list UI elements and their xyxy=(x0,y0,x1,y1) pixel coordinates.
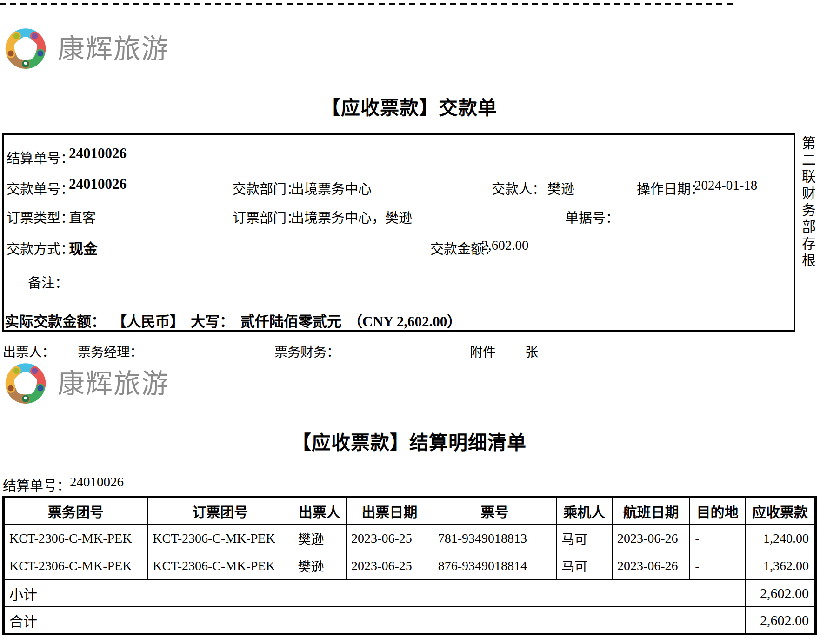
header-booking-group-no: 订票团号 xyxy=(147,498,293,525)
kanghui-flower-logo-icon xyxy=(4,21,47,72)
kanghui-logo-text: 康辉旅游 xyxy=(58,27,169,66)
payment-form-box: 结算单号： 24010026 交款单号： 24010026 交款部门： 出境票务… xyxy=(2,133,795,332)
actual-amount-daxie-value: 贰仟陆佰零贰元 xyxy=(240,310,341,331)
header-destination: 目的地 xyxy=(690,498,745,525)
section2-title: 【应收票款】结算明细清单 xyxy=(0,427,819,455)
total-label: 合计 xyxy=(4,607,745,634)
total-value: 2,602.00 xyxy=(745,607,815,634)
tear-dashed-line xyxy=(0,3,736,5)
cell-ticket-no: 876-9349018814 xyxy=(433,552,557,580)
subtotal-label: 小计 xyxy=(4,580,745,607)
payer-value: 樊逊 xyxy=(547,178,574,198)
pay-method-label: 交款方式： xyxy=(7,238,74,258)
payer-label: 交款人： xyxy=(492,178,546,198)
booking-dept-label: 订票部门： xyxy=(233,207,300,226)
kanghui-logo: 康辉旅游 xyxy=(4,21,169,72)
attachment-label: 附件 xyxy=(470,342,496,360)
cell-ticket-group-no: KCT-2306-C-MK-PEK xyxy=(4,552,147,580)
pay-amount-value: 2,602.00 xyxy=(481,238,529,253)
cell-receivable: 1,362.00 xyxy=(745,552,815,580)
pay-method-value: 现金 xyxy=(69,237,98,258)
header-passenger: 乘机人 xyxy=(556,498,612,525)
payment-dept-label: 交款部门： xyxy=(233,178,300,198)
settlement-no-value-2: 24010026 xyxy=(70,474,124,490)
header-issuer: 出票人 xyxy=(293,498,347,525)
cell-issuer: 樊逊 xyxy=(293,552,347,580)
subtotal-value: 2,602.00 xyxy=(745,580,815,607)
booking-type-value: 直客 xyxy=(69,207,96,226)
cell-issuer: 樊逊 xyxy=(293,525,347,552)
total-row: 合计 2,602.00 xyxy=(4,607,815,634)
payment-no-value: 24010026 xyxy=(69,176,127,193)
cell-passenger: 马可 xyxy=(556,525,612,552)
subtotal-row: 小计 2,602.00 xyxy=(4,580,815,607)
header-issue-date: 出票日期 xyxy=(346,498,433,525)
settlement-detail-table-wrap: 票务团号 订票团号 出票人 出票日期 票号 乘机人 航班日期 目的地 应收票款 … xyxy=(2,496,817,635)
table-row: KCT-2306-C-MK-PEK KCT-2306-C-MK-PEK 樊逊 2… xyxy=(4,552,815,580)
settlement-no-label-2: 结算单号： xyxy=(3,475,70,494)
payment-no-label: 交款单号： xyxy=(7,178,74,198)
op-date-value: 2024-01-18 xyxy=(694,178,757,193)
section1-title: 【应收票款】交款单 xyxy=(0,92,819,120)
cell-destination: - xyxy=(690,525,745,552)
kanghui-flower-logo-icon xyxy=(4,356,47,407)
header-receivable: 应收票款 xyxy=(745,498,815,525)
settlement-no-label: 结算单号： xyxy=(7,147,74,167)
cell-receivable: 1,240.00 xyxy=(745,525,815,552)
actual-amount-label: 实际交款金额： xyxy=(5,310,106,331)
table-row: KCT-2306-C-MK-PEK KCT-2306-C-MK-PEK 樊逊 2… xyxy=(4,525,815,552)
cell-destination: - xyxy=(690,552,745,580)
payment-dept-value: 出境票务中心 xyxy=(291,178,372,198)
cell-booking-group-no: KCT-2306-C-MK-PEK xyxy=(147,552,293,580)
cell-issue-date: 2023-06-25 xyxy=(346,552,433,580)
cell-flight-date: 2023-06-26 xyxy=(612,552,690,580)
doc-no-label: 单据号： xyxy=(565,207,619,226)
booking-type-label: 订票类型： xyxy=(7,207,74,226)
booking-dept-value: 出境票务中心，樊逊 xyxy=(291,207,412,226)
cell-ticket-no: 781-9349018813 xyxy=(433,525,557,552)
actual-amount-daxie-label: 大写： xyxy=(191,310,234,331)
kanghui-logo-text: 康辉旅游 xyxy=(58,362,169,401)
attachment-sheets-label: 张 xyxy=(525,342,538,360)
cell-ticket-group-no: KCT-2306-C-MK-PEK xyxy=(4,525,147,552)
kanghui-logo-2: 康辉旅游 xyxy=(4,356,169,407)
table-header-row: 票务团号 订票团号 出票人 出票日期 票号 乘机人 航班日期 目的地 应收票款 xyxy=(4,498,815,525)
payment-document-page: 康辉旅游 【应收票款】交款单 结算单号： 24010026 交款单号： 2401… xyxy=(0,0,840,638)
remark-label: 备注： xyxy=(28,272,68,292)
settlement-no-value: 24010026 xyxy=(69,145,127,162)
actual-amount-cny-value: （CNY 2,602.00） xyxy=(348,310,461,331)
cell-booking-group-no: KCT-2306-C-MK-PEK xyxy=(147,525,293,552)
header-ticket-no: 票号 xyxy=(433,498,557,525)
cell-issue-date: 2023-06-25 xyxy=(346,525,433,552)
actual-amount-currency: 【人民币】 xyxy=(112,310,184,331)
cell-flight-date: 2023-06-26 xyxy=(612,525,690,552)
ticket-finance-signature-label: 票务财务： xyxy=(274,342,340,360)
header-flight-date: 航班日期 xyxy=(612,498,690,525)
actual-amount-line: 实际交款金额： 【人民币】 大写： 贰仟陆佰零贰元 （CNY 2,602.00） xyxy=(5,310,461,331)
settlement-detail-table: 票务团号 订票团号 出票人 出票日期 票号 乘机人 航班日期 目的地 应收票款 … xyxy=(4,497,815,634)
stub-copy-label: 第二联财务部存根 xyxy=(797,136,818,275)
cell-passenger: 马可 xyxy=(556,552,612,580)
header-ticket-group-no: 票务团号 xyxy=(4,498,147,525)
